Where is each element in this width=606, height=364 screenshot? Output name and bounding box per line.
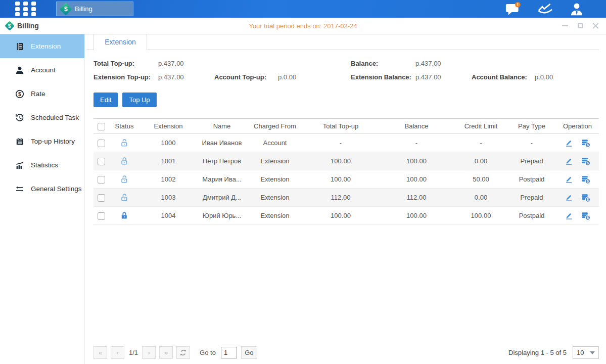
- extension-topup-value: p.437.00: [158, 73, 214, 81]
- tab-extension[interactable]: Extension: [94, 34, 147, 50]
- row-checkbox[interactable]: [98, 212, 105, 220]
- cell-pay-type: Postpaid: [507, 207, 556, 225]
- top-up-row-icon[interactable]: $: [581, 211, 590, 220]
- scheduled-task-icon: [15, 113, 24, 122]
- svg-text:$: $: [587, 143, 589, 147]
- maximize-button[interactable]: [577, 22, 584, 29]
- notification-badge: !: [517, 2, 519, 7]
- cell-credit-limit: 50.00: [454, 170, 507, 189]
- statistics-icon: [15, 161, 24, 170]
- cell-total-topup: -: [303, 134, 379, 152]
- first-page-button[interactable]: «: [94, 346, 107, 359]
- refresh-button[interactable]: [176, 346, 190, 359]
- cell-credit-limit: 0.00: [454, 152, 507, 170]
- total-topup-label: Total Top-up:: [94, 60, 158, 67]
- page-size-value: 10: [577, 349, 584, 356]
- prev-page-button[interactable]: ‹: [111, 346, 124, 359]
- edit-row-icon[interactable]: [565, 193, 573, 202]
- main-menu-grid-icon[interactable]: [15, 2, 37, 16]
- pagination-bar: « ‹ 1/1 › » Go to Go Displaying: [94, 346, 599, 361]
- svg-text:$: $: [587, 179, 589, 184]
- message-icon[interactable]: !: [505, 2, 521, 16]
- sidebar-item-general-settings[interactable]: General Settings: [0, 177, 84, 201]
- go-button[interactable]: Go: [241, 346, 257, 359]
- general-settings-icon: [15, 185, 24, 194]
- sidebar-item-statistics[interactable]: Statistics: [0, 153, 84, 177]
- top-up-row-icon[interactable]: $: [581, 157, 590, 166]
- cell-balance: 112.00: [379, 189, 454, 207]
- billing-app-icon: $: [59, 3, 72, 15]
- cell-extension: 1003: [140, 189, 197, 207]
- cell-credit-limit: 0.00: [454, 189, 507, 207]
- sidebar: Extension Account $ Rate: [0, 34, 85, 364]
- top-up-button[interactable]: Top Up: [122, 93, 156, 107]
- total-topup-value: p.437.00: [158, 60, 214, 67]
- unlocked-icon: [120, 139, 129, 147]
- window-titlebar: $ Billing Your trial period ends on: 201…: [0, 18, 606, 34]
- col-operation: Operation: [556, 119, 599, 134]
- row-checkbox[interactable]: [98, 194, 105, 202]
- top-up-row-icon[interactable]: $: [581, 139, 590, 148]
- taskbar-tab-billing[interactable]: $ Billing: [56, 2, 133, 16]
- col-extension: Extension: [140, 119, 197, 134]
- sidebar-item-account[interactable]: Account: [0, 58, 84, 82]
- row-checkbox[interactable]: [98, 158, 105, 165]
- account-balance-label: Account Balance:: [472, 73, 535, 81]
- top-up-row-icon[interactable]: $: [581, 175, 590, 184]
- svg-text:$: $: [587, 216, 589, 220]
- topup-history-icon: [15, 137, 24, 146]
- edit-row-icon[interactable]: [565, 139, 573, 147]
- user-icon[interactable]: [570, 3, 584, 16]
- cell-balance: 100.00: [379, 170, 454, 189]
- extension-balance-label: Extension Balance:: [351, 73, 415, 81]
- sidebar-item-rate[interactable]: $ Rate: [0, 82, 84, 106]
- col-balance: Balance: [379, 119, 454, 134]
- page-size-select[interactable]: 10: [573, 346, 599, 359]
- close-button[interactable]: [592, 22, 599, 29]
- cell-pay-type: Prepaid: [507, 152, 556, 170]
- extension-balance-value: p.437.00: [415, 73, 472, 81]
- cell-pay-type: -: [507, 134, 556, 152]
- table-row: 1003 Дмитрий Д... Extension 112.00 112.0…: [94, 189, 599, 207]
- top-up-row-icon[interactable]: $: [581, 193, 590, 202]
- sidebar-item-scheduled-task[interactable]: Scheduled Task: [0, 106, 84, 129]
- balance-label: Balance:: [351, 60, 415, 67]
- cell-pay-type: Prepaid: [507, 189, 556, 207]
- minimize-button[interactable]: [562, 22, 569, 29]
- sidebar-item-label: Account: [31, 66, 56, 74]
- cell-charged-from: Extension: [247, 170, 303, 189]
- row-checkbox[interactable]: [98, 140, 105, 147]
- billing-summary: Total Top-up: p.437.00 Balance: p.437.00…: [94, 60, 599, 81]
- cell-pay-type: Postpaid: [507, 170, 556, 189]
- cell-extension: 1000: [140, 134, 197, 152]
- last-page-button[interactable]: »: [159, 346, 173, 359]
- edit-row-icon[interactable]: [565, 175, 573, 184]
- sidebar-item-extension[interactable]: Extension: [0, 34, 84, 58]
- edit-row-icon[interactable]: [565, 211, 573, 220]
- billing-title-icon: $: [5, 21, 15, 31]
- svg-text:$: $: [587, 198, 589, 202]
- cell-name: Дмитрий Д...: [197, 189, 247, 207]
- sidebar-item-label: Top-up History: [31, 138, 75, 145]
- cell-name: Юрий Юрь...: [197, 207, 247, 225]
- table-body: 1000 Иван Иванов Account - - - -: [94, 134, 599, 225]
- lock-status-icon: [120, 139, 129, 146]
- edit-row-icon[interactable]: [565, 157, 573, 165]
- main-content: Extension Total Top-up: p.437.00 Balance…: [85, 34, 606, 364]
- select-all-checkbox[interactable]: [98, 123, 105, 130]
- refresh-icon: [179, 349, 187, 356]
- cell-extension: 1004: [140, 207, 197, 225]
- extensions-table: Status Extension Name Charged From Total…: [94, 118, 599, 225]
- sidebar-item-label: Extension: [31, 42, 61, 50]
- goto-label: Go to: [200, 349, 216, 356]
- cell-balance: 100.00: [379, 207, 454, 225]
- monitor-icon[interactable]: [537, 3, 553, 15]
- col-pay-type: Pay Type: [507, 119, 556, 134]
- extension-topup-label: Extension Top-up:: [94, 73, 158, 81]
- row-checkbox[interactable]: [98, 176, 105, 184]
- sidebar-item-topup-history[interactable]: Top-up History: [0, 129, 84, 153]
- goto-page-input[interactable]: [221, 347, 237, 358]
- edit-button[interactable]: Edit: [94, 93, 118, 107]
- table-row: 1002 Мария Ива... Extension 100.00 100.0…: [94, 170, 599, 189]
- next-page-button[interactable]: ›: [142, 346, 156, 359]
